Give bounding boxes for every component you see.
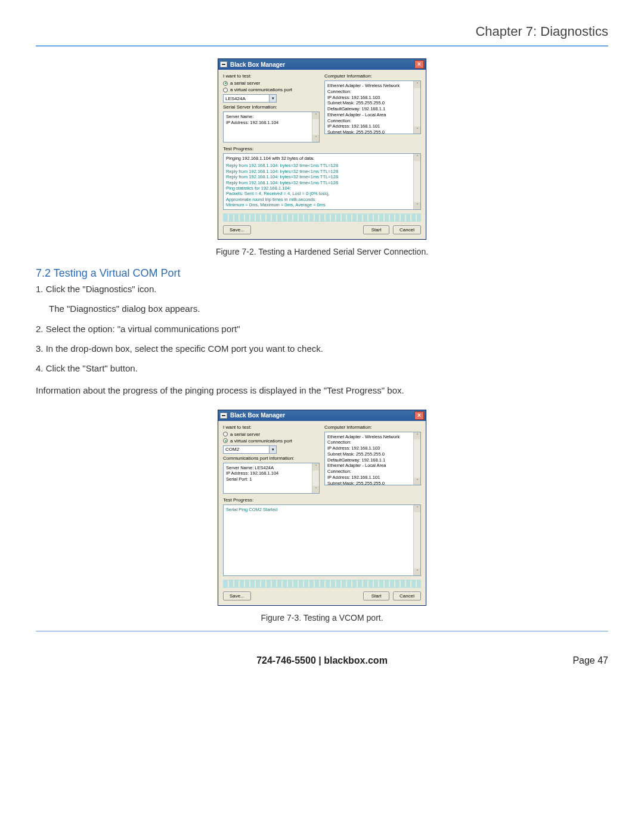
footer-sep: | (316, 655, 324, 665)
diagnostics-dialog-1: Black Box Manager × I want to test: a se… (218, 58, 426, 240)
radio-dot-icon (223, 438, 228, 443)
test-progress-box: Serial Ping COM2 Started ˄˅ (223, 504, 421, 576)
step-4: 4. Click the "Start" button. (36, 361, 608, 375)
radio-dot-icon (223, 432, 228, 436)
combo-value: LES424A (225, 96, 246, 101)
combo-value: COM2 (225, 447, 239, 452)
computer-info-text: Ethernet Adapter - Wireless Network Conn… (327, 434, 418, 485)
com-port-select[interactable]: COM2 ▾ (223, 445, 277, 454)
comm-port-info-box: Server Name: LES424A IP Address: 192.168… (223, 463, 320, 494)
figure-7-2: Black Box Manager × I want to test: a se… (36, 58, 608, 240)
diagnostics-dialog-2: Black Box Manager × I want to test: a se… (218, 410, 426, 606)
progress-bar (223, 213, 421, 222)
radio-dot-icon (223, 81, 228, 86)
save-button[interactable]: Save... (223, 592, 251, 600)
ping-header: Pinging 192.168.1.104 with 32 bytes of d… (226, 156, 418, 161)
computer-info-label: Computer Information: (324, 425, 421, 430)
cancel-button[interactable]: Cancel (393, 225, 421, 234)
radio-virtual-comm[interactable]: a virtual communications port (223, 87, 320, 92)
radio-dot-icon (223, 88, 228, 92)
section-heading-7-2: 7.2 Testing a Virtual COM Port (36, 267, 608, 280)
progress-bar (223, 580, 421, 588)
chevron-down-icon: ▾ (269, 95, 276, 102)
save-button[interactable]: Save... (223, 225, 251, 234)
scrollbar[interactable]: ˄˅ (413, 154, 420, 209)
serial-server-info-label: Serial Server Information: (223, 104, 320, 110)
computer-info-label: Computer Information: (324, 73, 421, 79)
radio-label: a virtual communications port (230, 87, 292, 92)
radio-serial-server[interactable]: a serial server (223, 432, 320, 437)
close-icon[interactable]: × (414, 411, 424, 420)
serial-server-info-box: Server Name: IP Address: 192.168.1.104 ˄… (223, 112, 320, 143)
computer-info-text: Ethernet Adapter - Wireless Network Conn… (327, 83, 418, 134)
test-progress-label: Test Progress: (223, 146, 421, 151)
test-progress-box: Pinging 192.168.1.104 with 32 bytes of d… (223, 153, 421, 210)
page-footer: 724-746-5500 | blackbox.com Page 47 (0, 649, 644, 678)
scrollbar[interactable]: ˄˅ (312, 463, 319, 493)
radio-label: a serial server (230, 80, 260, 86)
dialog-titlebar: Black Box Manager × (218, 59, 426, 70)
i-want-to-test-label: I want to test: (223, 73, 320, 79)
header-rule (36, 45, 608, 47)
cancel-button[interactable]: Cancel (393, 592, 421, 600)
radio-virtual-comm[interactable]: a virtual communications port (223, 438, 320, 444)
figure-7-3: Black Box Manager × I want to test: a se… (36, 410, 608, 606)
i-want-to-test-label: I want to test: (223, 425, 320, 430)
radio-label: a serial server (230, 432, 260, 437)
dialog-titlebar: Black Box Manager × (218, 410, 426, 421)
scrollbar[interactable]: ˄˅ (413, 81, 420, 134)
figure-7-2-caption: Figure 7-2. Testing a Hardened Serial Se… (36, 247, 608, 256)
test-progress-label: Test Progress: (223, 497, 421, 503)
radio-serial-server[interactable]: a serial server (223, 80, 320, 86)
radio-label: a virtual communications port (230, 438, 292, 444)
start-button[interactable]: Start (363, 225, 389, 234)
scrollbar[interactable]: ˄˅ (413, 505, 420, 575)
figure-7-3-caption: Figure 7-3. Testing a VCOM port. (36, 613, 608, 623)
dialog-title: Black Box Manager (230, 412, 414, 419)
window-icon (220, 413, 227, 419)
page-number: Page 47 (537, 655, 608, 666)
chapter-header: Chapter 7: Diagnostics (36, 24, 608, 45)
scrollbar[interactable]: ˄˅ (413, 432, 420, 485)
step-1: 1. Click the "Diagnostics" icon. (36, 282, 608, 296)
step-3: 3. In the drop-down box, select the spec… (36, 342, 608, 355)
info-paragraph: Information about the progress of the pi… (36, 383, 608, 397)
server-info-text: Server Name: IP Address: 192.168.1.104 (226, 114, 317, 126)
scrollbar[interactable]: ˄˅ (312, 112, 319, 142)
computer-info-box: Ethernet Adapter - Wireless Network Conn… (324, 80, 421, 134)
start-button[interactable]: Start (363, 592, 389, 600)
dialog-title: Black Box Manager (230, 61, 414, 68)
comm-port-info-label: Communications port information: (223, 456, 320, 461)
footer-site: blackbox.com (324, 655, 388, 665)
step-1b: The "Diagnostics" dialog box appears. (49, 302, 608, 315)
step-2: 2. Select the option: "a virtual communi… (36, 322, 608, 336)
footer-phone: 724-746-5500 (256, 655, 316, 665)
footer-rule (36, 631, 608, 631)
close-icon[interactable]: × (414, 60, 424, 69)
computer-info-box: Ethernet Adapter - Wireless Network Conn… (324, 432, 421, 485)
window-icon (220, 61, 227, 67)
server-info-text: Server Name: LES424A IP Address: 192.168… (226, 465, 317, 482)
device-select[interactable]: LES424A ▾ (223, 94, 277, 103)
chevron-down-icon: ▾ (269, 446, 276, 453)
